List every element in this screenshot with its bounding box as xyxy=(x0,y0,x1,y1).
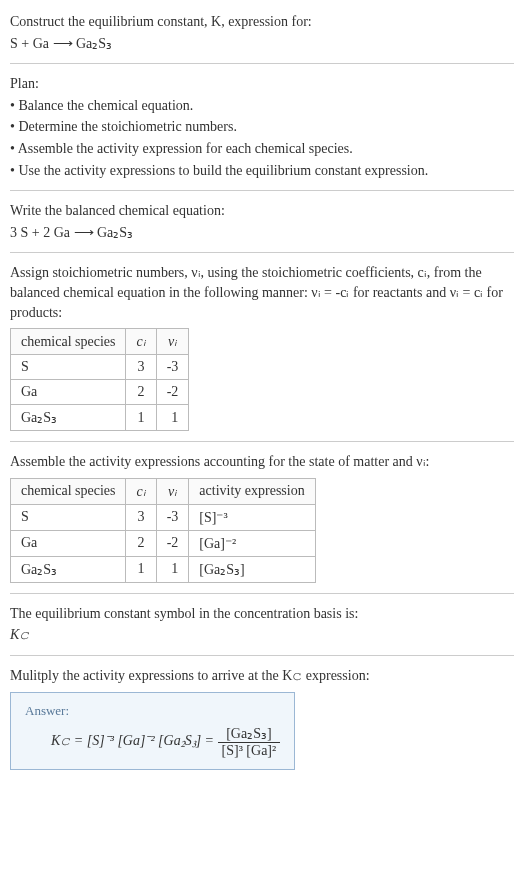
answer-equation: K𝚌 = [S]⁻³ [Ga]⁻² [Ga₂S₃] = [Ga₂S₃] [S]³… xyxy=(25,725,280,759)
symbol-line1: The equilibrium constant symbol in the c… xyxy=(10,604,514,624)
activity-block: Assemble the activity expressions accoun… xyxy=(10,452,514,583)
cell-activity: [S]⁻³ xyxy=(189,504,315,530)
activity-intro: Assemble the activity expressions accoun… xyxy=(10,452,514,472)
cell-species: Ga xyxy=(11,530,126,556)
divider xyxy=(10,441,514,442)
plan-bullet-2: • Determine the stoichiometric numbers. xyxy=(10,117,514,137)
plan-block: Plan: • Balance the chemical equation. •… xyxy=(10,74,514,180)
cell-species: Ga₂S₃ xyxy=(11,405,126,431)
cell-species: Ga₂S₃ xyxy=(11,556,126,582)
answer-denominator: [S]³ [Ga]² xyxy=(218,743,281,759)
cell-ci: 1 xyxy=(126,405,156,431)
stoich-intro: Assign stoichiometric numbers, νᵢ, using… xyxy=(10,263,514,322)
cell-vi: -2 xyxy=(156,380,189,405)
cell-ci: 3 xyxy=(126,355,156,380)
divider xyxy=(10,63,514,64)
header-species: chemical species xyxy=(11,329,126,355)
cell-vi: -3 xyxy=(156,504,189,530)
intro-equation: S + Ga ⟶ Ga₂S₃ xyxy=(10,34,514,54)
header-vi: νᵢ xyxy=(156,329,189,355)
cell-ci: 2 xyxy=(126,530,156,556)
plan-bullet-4: • Use the activity expressions to build … xyxy=(10,161,514,181)
balanced-equation: 3 S + 2 Ga ⟶ Ga₂S₃ xyxy=(10,223,514,243)
header-ci: cᵢ xyxy=(126,329,156,355)
plan-bullet-1: • Balance the chemical equation. xyxy=(10,96,514,116)
answer-numerator: [Ga₂S₃] xyxy=(218,725,281,743)
header-vi: νᵢ xyxy=(156,478,189,504)
cell-vi: 1 xyxy=(156,405,189,431)
cell-species: Ga xyxy=(11,380,126,405)
table-header-row: chemical species cᵢ νᵢ activity expressi… xyxy=(11,478,316,504)
multiply-line: Mulitply the activity expressions to arr… xyxy=(10,666,514,686)
header-ci: cᵢ xyxy=(126,478,156,504)
divider xyxy=(10,190,514,191)
table-row: Ga₂S₃ 1 1 [Ga₂S₃] xyxy=(11,556,316,582)
divider xyxy=(10,593,514,594)
cell-activity: [Ga]⁻² xyxy=(189,530,315,556)
divider xyxy=(10,252,514,253)
table-row: Ga₂S₃ 1 1 xyxy=(11,405,189,431)
cell-vi: -2 xyxy=(156,530,189,556)
cell-ci: 3 xyxy=(126,504,156,530)
intro-line1: Construct the equilibrium constant, K, e… xyxy=(10,12,514,32)
header-species: chemical species xyxy=(11,478,126,504)
stoich-table: chemical species cᵢ νᵢ S 3 -3 Ga 2 -2 Ga… xyxy=(10,328,189,431)
cell-species: S xyxy=(11,504,126,530)
cell-species: S xyxy=(11,355,126,380)
intro-block: Construct the equilibrium constant, K, e… xyxy=(10,12,514,53)
table-header-row: chemical species cᵢ νᵢ xyxy=(11,329,189,355)
cell-vi: -3 xyxy=(156,355,189,380)
plan-heading: Plan: xyxy=(10,74,514,94)
symbol-kc: K𝚌 xyxy=(10,625,514,645)
symbol-block: The equilibrium constant symbol in the c… xyxy=(10,604,514,645)
activity-table: chemical species cᵢ νᵢ activity expressi… xyxy=(10,478,316,583)
table-row: Ga 2 -2 xyxy=(11,380,189,405)
multiply-block: Mulitply the activity expressions to arr… xyxy=(10,666,514,770)
cell-activity: [Ga₂S₃] xyxy=(189,556,315,582)
answer-lhs: K𝚌 = [S]⁻³ [Ga]⁻² [Ga₂S₃] = xyxy=(51,733,218,748)
header-activity: activity expression xyxy=(189,478,315,504)
intro-text: Construct the equilibrium constant, K, e… xyxy=(10,14,312,29)
balanced-heading: Write the balanced chemical equation: xyxy=(10,201,514,221)
table-row: S 3 -3 xyxy=(11,355,189,380)
answer-box: Answer: K𝚌 = [S]⁻³ [Ga]⁻² [Ga₂S₃] = [Ga₂… xyxy=(10,692,295,770)
stoich-block: Assign stoichiometric numbers, νᵢ, using… xyxy=(10,263,514,431)
table-row: Ga 2 -2 [Ga]⁻² xyxy=(11,530,316,556)
cell-vi: 1 xyxy=(156,556,189,582)
table-row: S 3 -3 [S]⁻³ xyxy=(11,504,316,530)
answer-label: Answer: xyxy=(25,703,280,719)
cell-ci: 2 xyxy=(126,380,156,405)
divider xyxy=(10,655,514,656)
answer-fraction: [Ga₂S₃] [S]³ [Ga]² xyxy=(218,725,281,759)
balanced-block: Write the balanced chemical equation: 3 … xyxy=(10,201,514,242)
plan-bullet-3: • Assemble the activity expression for e… xyxy=(10,139,514,159)
cell-ci: 1 xyxy=(126,556,156,582)
